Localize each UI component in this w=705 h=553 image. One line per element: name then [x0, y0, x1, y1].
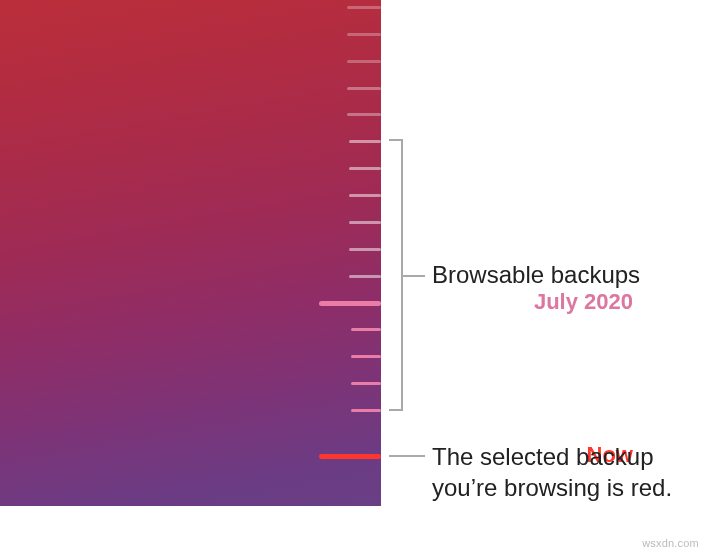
tick-backup[interactable]: [351, 355, 381, 358]
bracket-leader: [403, 275, 425, 277]
callout-selected: The selected backup you’re browsing is r…: [432, 441, 672, 503]
diagram-stage: July 2020 Now Browsable backups The sele…: [0, 0, 705, 553]
tick-backup[interactable]: [349, 221, 381, 224]
tick-now[interactable]: [319, 454, 381, 459]
tick-backup[interactable]: [347, 6, 381, 9]
tick-backup[interactable]: [347, 60, 381, 63]
tick-backup[interactable]: [351, 409, 381, 412]
tick-backup[interactable]: [347, 33, 381, 36]
tick-month[interactable]: [319, 301, 381, 306]
browsable-bracket: [389, 139, 403, 411]
now-leader: [389, 455, 425, 457]
month-label: July 2020: [534, 289, 633, 315]
tick-backup[interactable]: [349, 275, 381, 278]
tick-backup[interactable]: [347, 87, 381, 90]
callout-selected-line2: you’re browsing is red.: [432, 474, 672, 501]
watermark: wsxdn.com: [642, 537, 699, 549]
tick-backup[interactable]: [349, 194, 381, 197]
backup-timeline[interactable]: [0, 0, 381, 506]
callout-selected-line1: The selected backup: [432, 443, 653, 470]
tick-backup[interactable]: [351, 382, 381, 385]
tick-backup[interactable]: [349, 167, 381, 170]
tick-backup[interactable]: [347, 113, 381, 116]
tick-backup[interactable]: [351, 328, 381, 331]
callout-browsable: Browsable backups: [432, 259, 640, 290]
tick-backup[interactable]: [349, 140, 381, 143]
tick-backup[interactable]: [349, 248, 381, 251]
